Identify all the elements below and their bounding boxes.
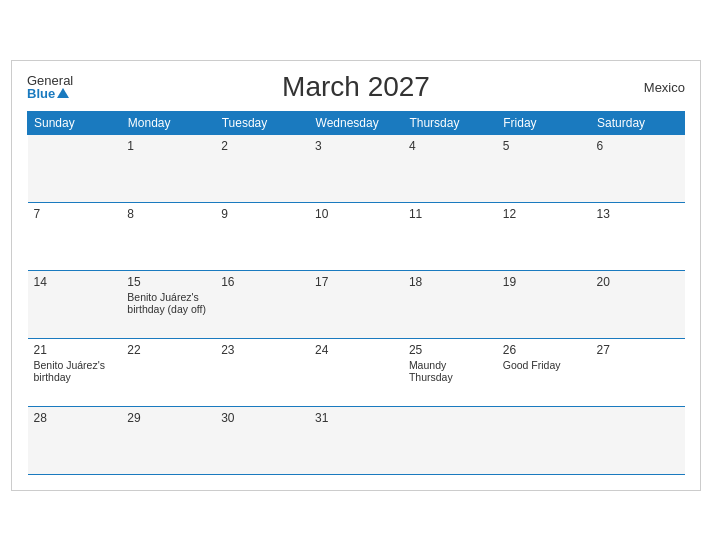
calendar-cell: 2 (215, 134, 309, 202)
day-number: 5 (503, 139, 585, 153)
calendar-cell: 4 (403, 134, 497, 202)
calendar-cell: 8 (121, 202, 215, 270)
day-number: 1 (127, 139, 209, 153)
day-number: 11 (409, 207, 491, 221)
weekday-header-tuesday: Tuesday (215, 111, 309, 134)
calendar-cell: 1 (121, 134, 215, 202)
holiday-text: Maundy Thursday (409, 359, 491, 383)
calendar-cell: 27 (591, 338, 685, 406)
day-number: 18 (409, 275, 491, 289)
calendar-cell: 24 (309, 338, 403, 406)
day-number: 9 (221, 207, 303, 221)
calendar-cell: 14 (28, 270, 122, 338)
calendar-cell: 18 (403, 270, 497, 338)
calendar-cell: 23 (215, 338, 309, 406)
calendar-cell: 5 (497, 134, 591, 202)
day-number: 26 (503, 343, 585, 357)
day-number: 30 (221, 411, 303, 425)
weekday-header-saturday: Saturday (591, 111, 685, 134)
day-number: 15 (127, 275, 209, 289)
calendar-cell: 15Benito Juárez's birthday (day off) (121, 270, 215, 338)
calendar-table: SundayMondayTuesdayWednesdayThursdayFrid… (27, 111, 685, 475)
day-number: 12 (503, 207, 585, 221)
day-number: 22 (127, 343, 209, 357)
calendar-cell (497, 406, 591, 474)
day-number: 16 (221, 275, 303, 289)
calendar-week-row: 123456 (28, 134, 685, 202)
calendar-week-row: 21Benito Juárez's birthday22232425Maundy… (28, 338, 685, 406)
day-number: 7 (34, 207, 116, 221)
calendar-cell: 7 (28, 202, 122, 270)
calendar-cell: 25Maundy Thursday (403, 338, 497, 406)
calendar-cell: 28 (28, 406, 122, 474)
day-number: 28 (34, 411, 116, 425)
logo-blue-text: Blue (27, 87, 55, 100)
calendar-title: March 2027 (282, 71, 430, 103)
day-number: 4 (409, 139, 491, 153)
calendar-week-row: 1415Benito Juárez's birthday (day off)16… (28, 270, 685, 338)
weekday-header-wednesday: Wednesday (309, 111, 403, 134)
day-number: 3 (315, 139, 397, 153)
day-number: 14 (34, 275, 116, 289)
holiday-text: Benito Juárez's birthday (day off) (127, 291, 209, 315)
calendar-cell: 9 (215, 202, 309, 270)
calendar-cell: 29 (121, 406, 215, 474)
day-number: 20 (597, 275, 679, 289)
weekday-header-sunday: Sunday (28, 111, 122, 134)
calendar-week-row: 28293031 (28, 406, 685, 474)
day-number: 29 (127, 411, 209, 425)
calendar-cell: 21Benito Juárez's birthday (28, 338, 122, 406)
weekday-header-friday: Friday (497, 111, 591, 134)
day-number: 31 (315, 411, 397, 425)
day-number: 10 (315, 207, 397, 221)
holiday-text: Good Friday (503, 359, 585, 371)
calendar-cell: 30 (215, 406, 309, 474)
day-number: 13 (597, 207, 679, 221)
day-number: 8 (127, 207, 209, 221)
holiday-text: Benito Juárez's birthday (34, 359, 116, 383)
weekday-header-row: SundayMondayTuesdayWednesdayThursdayFrid… (28, 111, 685, 134)
country-label: Mexico (644, 79, 685, 94)
calendar-cell: 3 (309, 134, 403, 202)
calendar-cell (28, 134, 122, 202)
calendar-cell: 20 (591, 270, 685, 338)
calendar-cell (403, 406, 497, 474)
day-number: 24 (315, 343, 397, 357)
weekday-header-monday: Monday (121, 111, 215, 134)
day-number: 27 (597, 343, 679, 357)
weekday-header-thursday: Thursday (403, 111, 497, 134)
calendar-cell (591, 406, 685, 474)
calendar-cell: 19 (497, 270, 591, 338)
logo-line: Blue (27, 87, 69, 100)
calendar-cell: 11 (403, 202, 497, 270)
calendar-cell: 16 (215, 270, 309, 338)
day-number: 21 (34, 343, 116, 357)
day-number: 23 (221, 343, 303, 357)
logo: General Blue (27, 74, 73, 100)
calendar-container: General Blue March 2027 Mexico SundayMon… (11, 60, 701, 491)
calendar-cell: 17 (309, 270, 403, 338)
calendar-week-row: 78910111213 (28, 202, 685, 270)
calendar-header: General Blue March 2027 Mexico (27, 71, 685, 103)
calendar-cell: 12 (497, 202, 591, 270)
calendar-cell: 22 (121, 338, 215, 406)
calendar-cell: 31 (309, 406, 403, 474)
day-number: 6 (597, 139, 679, 153)
logo-triangle-icon (57, 88, 69, 98)
calendar-cell: 10 (309, 202, 403, 270)
day-number: 25 (409, 343, 491, 357)
day-number: 2 (221, 139, 303, 153)
day-number: 17 (315, 275, 397, 289)
calendar-cell: 26Good Friday (497, 338, 591, 406)
calendar-cell: 13 (591, 202, 685, 270)
day-number: 19 (503, 275, 585, 289)
calendar-cell: 6 (591, 134, 685, 202)
